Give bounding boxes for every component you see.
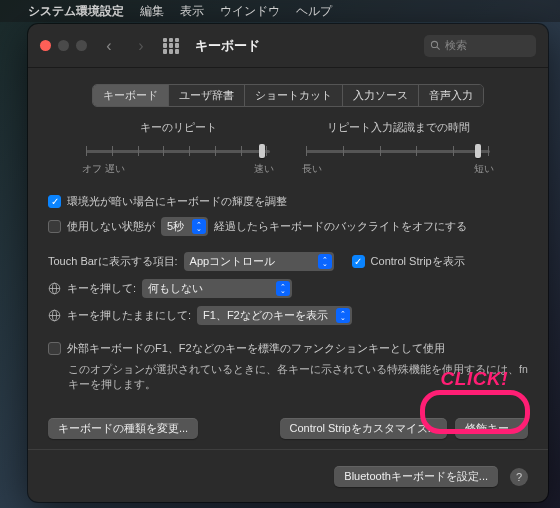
key-repeat-slider[interactable]	[86, 141, 270, 161]
globe-press-select[interactable]: 何もしない	[142, 279, 292, 298]
back-button[interactable]: ‹	[99, 36, 119, 56]
search-placeholder: 検索	[445, 38, 467, 53]
external-fn-label: 外部キーボードのF1、F2などのキーを標準のファンクションキーとして使用	[67, 341, 445, 356]
tab-text[interactable]: ユーザ辞書	[169, 85, 245, 106]
key-repeat-right-label: 速い	[254, 163, 274, 176]
delay-group: リピート入力認識までの時間 長い短い	[288, 121, 508, 176]
control-strip-label: Control Stripを表示	[371, 254, 465, 269]
globe-icon	[48, 282, 61, 295]
backlight-pre: 使用しない状態が	[67, 219, 155, 234]
brightness-label: 環境光が暗い場合にキーボードの輝度を調整	[67, 194, 287, 209]
svg-point-0	[431, 41, 437, 47]
preferences-window: ‹ › キーボード 検索 キーボード ユーザ辞書 ショートカット 入力ソース 音…	[28, 24, 548, 502]
globe-hold-label: キーを押したままにして:	[67, 308, 191, 323]
tab-dictation[interactable]: 音声入力	[419, 85, 483, 106]
tab-input-sources[interactable]: 入力ソース	[343, 85, 419, 106]
backlight-post: 経過したらキーボードのバックライトをオフにする	[214, 219, 467, 234]
window-title: キーボード	[195, 37, 412, 55]
key-repeat-group: キーのリピート オフ 遅い速い	[68, 121, 288, 176]
delay-left-label: 長い	[302, 163, 322, 176]
tab-keyboard[interactable]: キーボード	[93, 85, 169, 106]
control-strip-checkbox[interactable]	[352, 255, 365, 268]
customize-control-strip-button[interactable]: Control Stripをカスタマイズ...	[280, 418, 447, 439]
app-menu[interactable]: システム環境設定	[28, 3, 124, 20]
touchbar-label: Touch Barに表示する項目:	[48, 254, 178, 269]
delay-right-label: 短い	[474, 163, 494, 176]
external-fn-checkbox[interactable]	[48, 342, 61, 355]
globe-hold-select[interactable]: F1、F2などのキーを表示	[197, 306, 352, 325]
search-field[interactable]: 検索	[424, 35, 536, 57]
menubar: システム環境設定 編集 表示 ウインドウ ヘルプ	[0, 0, 560, 22]
delay-label: リピート入力認識までの時間	[288, 121, 508, 135]
globe-press-label: キーを押して:	[67, 281, 136, 296]
key-repeat-left-label: オフ 遅い	[82, 163, 125, 176]
delay-slider[interactable]	[306, 141, 490, 161]
titlebar: ‹ › キーボード 検索	[28, 24, 548, 68]
backlight-delay-select[interactable]: 5秒	[161, 217, 208, 236]
tabs: キーボード ユーザ辞書 ショートカット 入力ソース 音声入力	[48, 84, 528, 107]
modifier-keys-button[interactable]: 修飾キー...	[455, 418, 528, 439]
search-icon	[430, 40, 441, 51]
menu-window[interactable]: ウインドウ	[220, 3, 280, 20]
help-button[interactable]: ?	[510, 468, 528, 486]
close-button[interactable]	[40, 40, 51, 51]
menu-view[interactable]: 表示	[180, 3, 204, 20]
svg-line-1	[437, 47, 440, 50]
minimize-button[interactable]	[58, 40, 69, 51]
bluetooth-keyboard-button[interactable]: Bluetoothキーボードを設定...	[334, 466, 498, 487]
key-repeat-label: キーのリピート	[68, 121, 288, 135]
backlight-off-checkbox[interactable]	[48, 220, 61, 233]
show-all-icon[interactable]	[163, 38, 179, 54]
traffic-lights	[40, 40, 87, 51]
zoom-button[interactable]	[76, 40, 87, 51]
touchbar-select[interactable]: Appコントロール	[184, 252, 334, 271]
menu-help[interactable]: ヘルプ	[296, 3, 332, 20]
forward-button[interactable]: ›	[131, 36, 151, 56]
globe-icon	[48, 309, 61, 322]
menu-edit[interactable]: 編集	[140, 3, 164, 20]
change-keyboard-type-button[interactable]: キーボードの種類を変更...	[48, 418, 198, 439]
annotation-label: CLICK!	[441, 368, 508, 390]
tab-shortcuts[interactable]: ショートカット	[245, 85, 343, 106]
brightness-checkbox[interactable]	[48, 195, 61, 208]
